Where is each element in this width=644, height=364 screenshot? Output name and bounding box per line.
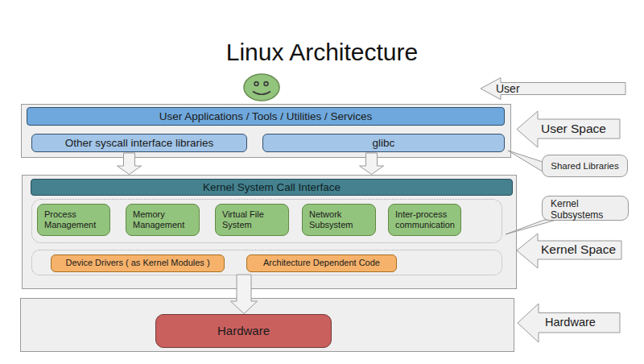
hardware-arrow-label: Hardware [545, 316, 596, 329]
shared-libraries-pointer [508, 151, 543, 172]
smiley-face-icon [237, 68, 286, 105]
subsystem-memory-management: Memory Management [126, 204, 200, 236]
user-arrow-label: User [496, 82, 520, 95]
hardware-box: Hardware [155, 314, 332, 348]
kernel-syscall-interface-bar: Kernel System Call Interface [31, 179, 513, 196]
subsystem-inter-process-communication: Inter-process communication [388, 204, 461, 236]
subsystem-network-subsystem: Network Subsystem [302, 204, 376, 236]
subsystem-process-management: Process Management [37, 204, 110, 236]
kernel-subsystems-callout: Kernel Subsystems [542, 196, 629, 221]
other-syscall-libraries-box: Other syscall interface libraries [31, 134, 247, 152]
page-title: Linux Architecture [0, 39, 644, 66]
user-applications-bar: User Applications / Tools / Utilities / … [27, 107, 505, 126]
shared-libraries-callout: Shared Libraries [542, 155, 628, 177]
device-drivers-box: Device Drivers ( as Kernel Modules ) [51, 254, 225, 272]
architecture-dependent-code-box: Architecture Dependent Code [246, 254, 397, 272]
linux-architecture-diagram: Linux Architecture User Applications / T… [0, 0, 644, 364]
user-space-arrow-label: User Space [541, 122, 606, 136]
kernel-space-arrow-label: Kernel Space [541, 242, 616, 257]
subsystem-virtual-file-system: Virtual File System [215, 204, 289, 236]
glibc-box: glibc [262, 134, 505, 152]
